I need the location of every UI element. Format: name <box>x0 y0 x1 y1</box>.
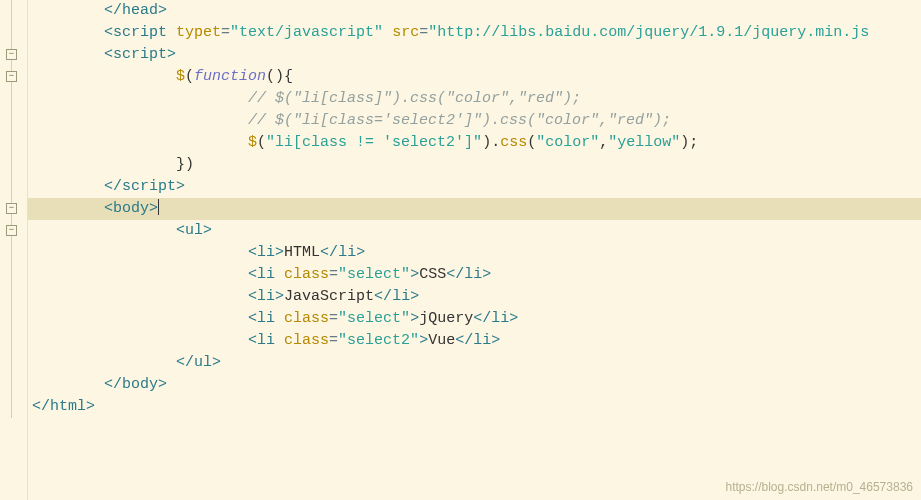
code-token: li <box>338 244 356 261</box>
code-line[interactable]: $("li[class != 'select2']").css("color",… <box>28 132 921 154</box>
code-token: > <box>212 354 221 371</box>
code-token <box>383 24 392 41</box>
code-line[interactable]: </ul> <box>28 352 921 374</box>
code-line[interactable]: </head> <box>28 0 921 22</box>
code-token: > <box>149 200 158 217</box>
code-token: li <box>257 266 284 283</box>
code-token: > <box>275 244 284 261</box>
code-line[interactable]: </script> <box>28 176 921 198</box>
code-line[interactable]: <li class="select">jQuery</li> <box>28 308 921 330</box>
code-line[interactable]: $(function(){ <box>28 66 921 88</box>
code-token: > <box>509 310 518 327</box>
code-token: (){ <box>266 68 293 85</box>
code-token: > <box>410 266 419 283</box>
code-line[interactable]: <li class="select">CSS</li> <box>28 264 921 286</box>
code-token: li <box>257 310 284 327</box>
code-token: class <box>284 332 329 349</box>
code-token: </ <box>32 398 50 415</box>
code-token: > <box>275 288 284 305</box>
code-token: // $("li[class='select2']").css("color",… <box>248 112 671 129</box>
code-token: HTML <box>284 244 320 261</box>
code-token: body <box>122 376 158 393</box>
code-token: > <box>86 398 95 415</box>
code-token: // $("li[class]").css("color","red"); <box>248 90 581 107</box>
code-token: </ <box>320 244 338 261</box>
code-token: JavaScript <box>284 288 374 305</box>
code-token: </ <box>104 2 122 19</box>
code-token: < <box>104 46 113 63</box>
code-token: > <box>410 310 419 327</box>
code-token: > <box>491 332 500 349</box>
code-token: "select2" <box>338 332 419 349</box>
code-line[interactable]: <script> <box>28 44 921 66</box>
gutter[interactable] <box>0 0 28 500</box>
code-token: ( <box>185 68 194 85</box>
code-token: = <box>329 310 338 327</box>
code-token: script <box>113 24 176 41</box>
code-token: css <box>500 134 527 151</box>
code-token: class <box>284 310 329 327</box>
code-line[interactable]: }) <box>28 154 921 176</box>
text-cursor <box>158 199 159 215</box>
code-token: $ <box>176 68 185 85</box>
code-token: li <box>491 310 509 327</box>
fold-toggle-icon[interactable] <box>6 49 17 60</box>
code-area[interactable]: </head> <script typet="text/javascript" … <box>28 0 921 500</box>
code-token: </ <box>104 178 122 195</box>
code-token: $ <box>248 134 257 151</box>
code-line[interactable]: </body> <box>28 374 921 396</box>
code-line[interactable]: </html> <box>28 396 921 418</box>
code-token: > <box>203 222 212 239</box>
code-token: < <box>248 266 257 283</box>
code-token: < <box>248 288 257 305</box>
code-token: script <box>122 178 176 195</box>
fold-toggle-icon[interactable] <box>6 203 17 214</box>
code-token: ul <box>185 222 203 239</box>
code-token: "select" <box>338 266 410 283</box>
code-token: = <box>329 266 338 283</box>
code-line[interactable]: <li class="select2">Vue</li> <box>28 330 921 352</box>
code-token: li <box>257 332 284 349</box>
watermark: https://blog.csdn.net/m0_46573836 <box>726 480 913 494</box>
fold-toggle-icon[interactable] <box>6 225 17 236</box>
fold-toggle-icon[interactable] <box>6 71 17 82</box>
code-token: < <box>104 200 113 217</box>
code-line[interactable]: <ul> <box>28 220 921 242</box>
code-token: li <box>257 244 275 261</box>
code-token: "http://libs.baidu.com/jquery/1.9.1/jque… <box>428 24 869 41</box>
code-token: </ <box>446 266 464 283</box>
code-editor: </head> <script typet="text/javascript" … <box>0 0 921 500</box>
code-line[interactable]: <body> <box>28 198 921 220</box>
code-line[interactable]: // $("li[class='select2']").css("color",… <box>28 110 921 132</box>
code-token: > <box>482 266 491 283</box>
code-token: < <box>248 310 257 327</box>
code-token: </ <box>473 310 491 327</box>
code-token: ( <box>527 134 536 151</box>
code-token: ). <box>482 134 500 151</box>
code-token: </ <box>455 332 473 349</box>
code-token: > <box>419 332 428 349</box>
code-token: , <box>599 134 608 151</box>
code-token: > <box>158 2 167 19</box>
code-token: li <box>473 332 491 349</box>
code-token: > <box>356 244 365 261</box>
code-token: "select" <box>338 310 410 327</box>
code-token: < <box>248 244 257 261</box>
code-token: </ <box>176 354 194 371</box>
code-token: jQuery <box>419 310 473 327</box>
code-line[interactable]: <li>JavaScript</li> <box>28 286 921 308</box>
code-token: src <box>392 24 419 41</box>
code-line[interactable]: <script typet="text/javascript" src="htt… <box>28 22 921 44</box>
code-token: "yellow" <box>608 134 680 151</box>
code-token: < <box>104 24 113 41</box>
code-line[interactable]: <li>HTML</li> <box>28 242 921 264</box>
code-token: "li[class != 'select2']" <box>266 134 482 151</box>
code-token: li <box>464 266 482 283</box>
code-token: ul <box>194 354 212 371</box>
code-token: < <box>248 332 257 349</box>
code-token: "text/javascript" <box>230 24 383 41</box>
code-token: > <box>167 46 176 63</box>
code-line[interactable]: // $("li[class]").css("color","red"); <box>28 88 921 110</box>
code-token: Vue <box>428 332 455 349</box>
code-token: ( <box>257 134 266 151</box>
